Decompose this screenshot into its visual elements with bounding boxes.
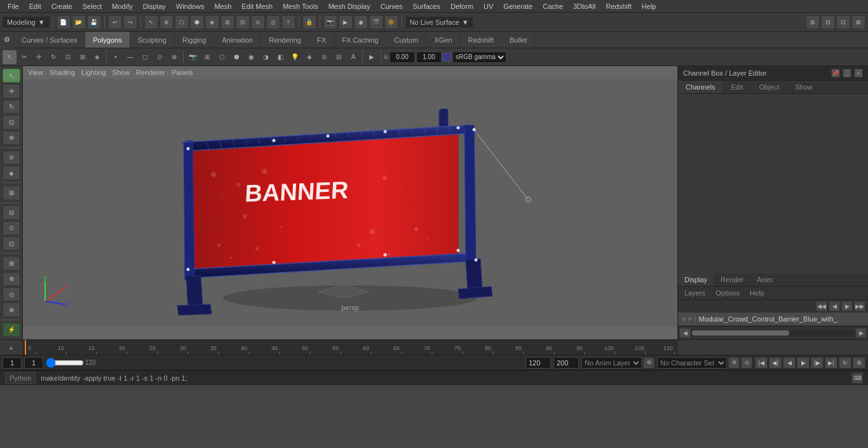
live-surface-label-wrapper[interactable]: No Live Surface ▼ <box>405 17 473 28</box>
layer-move-up-btn[interactable]: ◀◀ <box>816 301 827 311</box>
move-tool-btn[interactable]: ✛ <box>32 50 46 64</box>
ch-tab-channels[interactable]: Channels <box>678 81 723 93</box>
char-set-extra-btn[interactable]: ◎ <box>741 357 752 369</box>
menu-display[interactable]: Display <box>138 1 171 11</box>
layers-tab-help[interactable]: Help <box>746 288 768 298</box>
aa-btn[interactable]: A <box>346 50 360 64</box>
panel-minimize-btn[interactable]: _ <box>843 69 851 78</box>
menu-create[interactable]: Create <box>46 1 78 11</box>
layout-btn-3[interactable]: ⊡ <box>836 15 850 29</box>
paint-btn[interactable]: ⬡ <box>175 15 189 29</box>
tab-animation[interactable]: Animation <box>214 32 261 48</box>
menu-mesh-tools[interactable]: Mesh Tools <box>278 1 323 11</box>
menu-select[interactable]: Select <box>78 1 107 11</box>
ch-tab-edit[interactable]: Edit <box>723 81 751 93</box>
modeling-toolkit-left-btn[interactable]: ⊗ <box>3 302 20 316</box>
anim-layer-settings-btn[interactable]: ⚙ <box>643 357 654 369</box>
question-btn[interactable]: ? <box>281 15 295 29</box>
soft-select-icon-btn[interactable]: ◈ <box>90 50 104 64</box>
display-mode-btn[interactable]: ◉ <box>244 50 258 64</box>
viewport-menu-shading[interactable]: Shading <box>50 69 75 76</box>
render3-btn[interactable]: 🔆 <box>384 15 398 29</box>
menu-surfaces[interactable]: Surfaces <box>408 1 445 11</box>
tab-polygons[interactable]: Polygons <box>85 32 130 48</box>
char-set-settings-btn[interactable]: ⚙ <box>728 357 740 369</box>
layout-btn-1[interactable]: ⊞ <box>806 15 820 29</box>
frame-start-input[interactable] <box>3 357 22 369</box>
ruler[interactable]: 5 10 15 20 25 30 35 40 45 50 5 <box>23 340 677 355</box>
attribute-editor-left-btn[interactable]: ⊕ <box>3 272 20 286</box>
disp-tab-render[interactable]: Render <box>714 273 750 286</box>
layer-scroll-left-btn[interactable]: ◀ <box>679 328 691 338</box>
menu-edit-mesh[interactable]: Edit Mesh <box>236 1 278 11</box>
tab-sculpting[interactable]: Sculpting <box>130 32 175 48</box>
textured-btn[interactable]: ◧ <box>273 50 287 64</box>
outliner-left-btn[interactable]: ⊙ <box>3 287 20 301</box>
layout-btn-2[interactable]: ⊟ <box>821 15 835 29</box>
show-manipulator-btn[interactable]: ⊞ <box>3 186 20 200</box>
vertex-select-btn[interactable]: • <box>109 50 123 64</box>
ipr-btn[interactable]: ◉ <box>354 15 368 29</box>
playback-slider[interactable] <box>46 360 84 366</box>
tab-redshift[interactable]: Redshift <box>461 32 502 48</box>
ch-tab-object[interactable]: Object <box>751 81 787 93</box>
tab-curves-surfaces[interactable]: Curves / Surfaces <box>14 32 85 48</box>
universal-mode-btn[interactable]: ⊕ <box>3 131 20 145</box>
lasso-mode-btn[interactable]: ⊘ <box>3 151 20 165</box>
pb-step-forward-btn[interactable]: |▶ <box>811 357 824 369</box>
disp-tab-anim[interactable]: Anim <box>750 273 780 286</box>
pb-settings-btn[interactable]: ⚙ <box>853 357 865 369</box>
python-icon-btn[interactable]: ⌨ <box>851 372 863 384</box>
menu-cache[interactable]: Cache <box>538 1 568 11</box>
snap-curve-left-btn[interactable]: ⊙ <box>3 221 20 235</box>
layout-btn-4[interactable]: ⊠ <box>851 15 865 29</box>
snap-grid-left-btn[interactable]: ⊟ <box>3 205 20 219</box>
viewport-menu-renderer[interactable]: Renderer <box>136 69 165 76</box>
pb-go-end-btn[interactable]: ▶| <box>825 357 837 369</box>
snap-surface-left-btn[interactable]: ⊡ <box>3 236 20 250</box>
select-mode-btn[interactable]: ↖ <box>3 69 20 83</box>
new-scene-btn[interactable]: 📄 <box>57 15 71 29</box>
shading-btn[interactable]: ◑ <box>259 50 273 64</box>
layer-next-btn[interactable]: ▶ <box>841 301 853 311</box>
render-cam-btn[interactable]: 📷 <box>323 15 337 29</box>
menu-redshift[interactable]: Redshift <box>600 1 636 11</box>
tab-fx[interactable]: FX <box>309 32 334 48</box>
snap-point-btn[interactable]: ⊙ <box>251 15 265 29</box>
tab-settings-icon[interactable]: ⚙ <box>0 32 14 48</box>
pb-play-back-btn[interactable]: ◀ <box>783 357 796 369</box>
channel-box-left-btn[interactable]: ⊞ <box>3 256 20 270</box>
lasso-btn[interactable]: ⊕ <box>159 15 173 29</box>
tab-custom[interactable]: Custom <box>387 32 427 48</box>
grid-toggle-btn[interactable]: ⊞ <box>200 50 214 64</box>
workspace-selector[interactable]: Modeling ▼ <box>3 17 50 28</box>
menu-windows[interactable]: Windows <box>171 1 210 11</box>
tab-fx-caching[interactable]: FX Caching <box>334 32 386 48</box>
menu-mesh[interactable]: Mesh <box>209 1 236 11</box>
soft-select-btn[interactable]: ◈ <box>205 15 219 29</box>
menu-edit[interactable]: Edit <box>24 1 46 11</box>
rotate-tool-btn[interactable]: ↻ <box>46 50 60 64</box>
move-mode-btn[interactable]: ✛ <box>3 84 20 98</box>
render2-btn[interactable]: 🎬 <box>369 15 383 29</box>
anim-layer-select[interactable]: No Anim Layer <box>581 357 642 369</box>
layer-move-down-btn[interactable]: ▶▶ <box>854 301 865 311</box>
wireframe-btn[interactable]: ⬡ <box>215 50 229 64</box>
pb-play-forward-btn[interactable]: ▶ <box>797 357 810 369</box>
lighting-btn[interactable]: 💡 <box>288 50 302 64</box>
layer-item[interactable]: V P / Modular_Crowd_Control_Barrier_Blue… <box>678 313 868 326</box>
viewport-menu-lighting[interactable]: Lighting <box>81 69 106 76</box>
multi-cut-btn[interactable]: ✂ <box>17 50 31 64</box>
resolution-btn[interactable]: ⊟ <box>332 50 346 64</box>
paint-mode-btn[interactable]: ◈ <box>3 166 20 180</box>
multi-comp-select-btn[interactable]: ⊕ <box>167 50 181 64</box>
viewport-menu-view[interactable]: View <box>28 69 43 76</box>
layers-tab-options[interactable]: Options <box>712 288 743 298</box>
pb-step-back-btn[interactable]: ◀| <box>769 357 782 369</box>
transform-x-input[interactable] <box>390 51 415 63</box>
snap-curve-btn[interactable]: ⊟ <box>236 15 250 29</box>
transform-y-input[interactable] <box>416 51 442 63</box>
panel-pin-btn[interactable]: 📌 <box>831 69 840 78</box>
tab-xgen[interactable]: XGen <box>426 32 460 48</box>
pb-loop-btn[interactable]: ↻ <box>839 357 851 369</box>
